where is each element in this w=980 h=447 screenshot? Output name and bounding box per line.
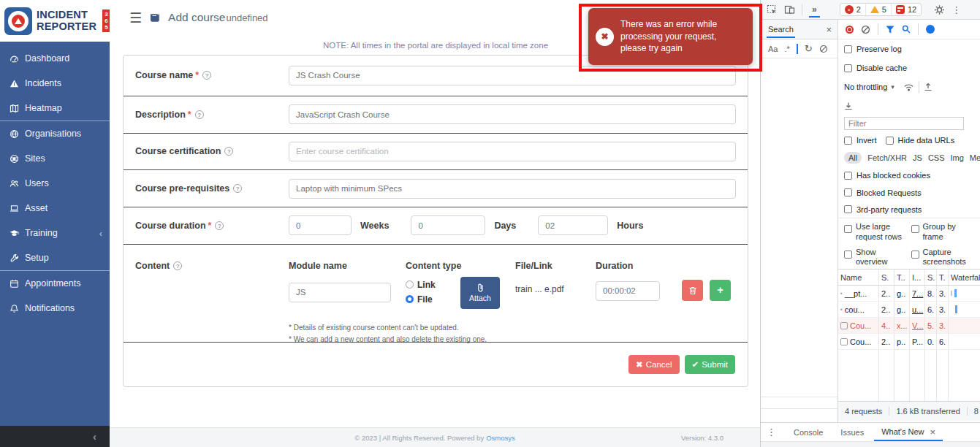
course-name-input[interactable]: [289, 66, 736, 85]
checkbox-icon[interactable]: [844, 64, 852, 72]
prerequisites-input[interactable]: [289, 179, 736, 199]
blocked-cookies-option[interactable]: Has blocked cookies: [838, 167, 980, 184]
sidebar-item-setup[interactable]: Setup: [0, 245, 110, 270]
third-party-option[interactable]: 3rd-party requests: [838, 201, 980, 218]
close-whats-new-icon[interactable]: ×: [930, 427, 936, 438]
sidebar-item-appointments[interactable]: Appointments: [0, 270, 110, 296]
sidebar-item-training[interactable]: Training ‹: [0, 221, 110, 245]
col-type[interactable]: T..: [894, 270, 910, 285]
filter-all[interactable]: All: [844, 152, 862, 164]
link-radio[interactable]: Link: [406, 280, 436, 290]
checkbox-icon[interactable]: [844, 137, 852, 145]
refresh-icon[interactable]: ↻: [805, 43, 813, 54]
devtools-menu-icon[interactable]: ⋮: [951, 4, 961, 15]
filter-img[interactable]: Img: [951, 153, 964, 162]
network-filter-input[interactable]: [844, 117, 964, 130]
sidebar-item-users[interactable]: Users: [0, 171, 110, 196]
regex-button[interactable]: .*: [784, 45, 789, 53]
tab-search[interactable]: Search: [767, 21, 795, 38]
filter-fetch-xhr[interactable]: Fetch/XHR: [867, 153, 907, 162]
blocked-requests-option[interactable]: Blocked Requests: [838, 184, 980, 201]
help-icon[interactable]: ?: [215, 221, 224, 230]
clear-network-log-icon[interactable]: [861, 25, 870, 34]
sidebar-item-asset[interactable]: Asset: [0, 196, 110, 221]
add-content-button[interactable]: +: [710, 280, 731, 301]
col-time[interactable]: T.: [937, 270, 949, 285]
col-initiator[interactable]: I...: [910, 270, 925, 285]
throttling-dropdown[interactable]: No throttling ▾: [844, 83, 894, 91]
checkbox-icon[interactable]: [844, 45, 852, 53]
weeks-input[interactable]: [289, 215, 352, 235]
issues-badge[interactable]: 12: [891, 4, 921, 15]
request-checkbox[interactable]: [840, 338, 848, 345]
cancel-button[interactable]: ✖ Cancel: [628, 355, 679, 374]
module-name-input[interactable]: [289, 283, 391, 302]
training-submenu-chevron[interactable]: ‹: [99, 228, 102, 239]
sidebar-item-dashboard[interactable]: Dashboard: [0, 46, 110, 71]
sidebar-item-sites[interactable]: Sites: [0, 146, 110, 171]
match-case-button[interactable]: Aa: [768, 45, 778, 53]
network-conditions-icon[interactable]: [903, 83, 914, 91]
days-input[interactable]: [411, 215, 485, 235]
device-toolbar-icon[interactable]: [784, 4, 795, 15]
delete-content-button[interactable]: [682, 280, 703, 301]
network-search-icon[interactable]: [902, 25, 911, 34]
export-har-icon[interactable]: [924, 83, 932, 91]
request-checkbox[interactable]: [840, 322, 848, 329]
sidebar-collapse-button[interactable]: ‹: [0, 426, 110, 447]
record-button[interactable]: [846, 26, 854, 34]
col-waterfall[interactable]: Waterfal: [949, 270, 980, 285]
request-row[interactable]: ▪__pt... 2.. g.. 7... 8. 3.: [838, 286, 980, 302]
request-row[interactable]: ▪cou... 2.. g.. u... 6. 3.: [838, 302, 980, 318]
import-har-icon[interactable]: [844, 102, 853, 110]
checkbox-icon[interactable]: [844, 205, 852, 213]
attach-button[interactable]: Attach: [460, 277, 500, 309]
filter-media[interactable]: Me: [970, 153, 980, 162]
tab-whats-new[interactable]: What's New ×: [874, 424, 943, 441]
content-duration-input[interactable]: [596, 281, 660, 301]
help-icon[interactable]: ?: [233, 184, 242, 193]
close-search-icon[interactable]: ×: [826, 24, 832, 35]
console-warnings-badge[interactable]: 5: [865, 4, 891, 15]
col-name[interactable]: Name: [838, 270, 879, 285]
tab-issues[interactable]: Issues: [833, 425, 871, 439]
certification-input[interactable]: [289, 142, 736, 161]
col-status[interactable]: S.: [879, 270, 894, 285]
failed-request-row[interactable]: Cou... 4.. x... V... 5. 3.: [838, 318, 980, 334]
console-errors-badge[interactable]: × 2: [840, 4, 865, 15]
filter-funnel-icon[interactable]: [886, 26, 894, 34]
sidebar-item-heatmap[interactable]: Heatmap: [0, 96, 110, 121]
request-row[interactable]: Cou... 2.. p.. P... 0. 6.: [838, 334, 980, 350]
help-icon[interactable]: ?: [224, 147, 233, 156]
sidebar-item-organisations[interactable]: Organisations: [0, 121, 110, 146]
help-icon[interactable]: ?: [173, 261, 182, 270]
show-overview-option[interactable]: Show overview: [844, 245, 908, 268]
settings-gear-icon[interactable]: [934, 4, 945, 15]
group-by-frame-option[interactable]: Group by frame: [911, 220, 976, 242]
capture-screenshots-option[interactable]: Capture screenshots: [911, 245, 976, 268]
filter-css[interactable]: CSS: [928, 153, 945, 162]
file-radio[interactable]: File: [406, 294, 436, 305]
osmosys-link[interactable]: Osmosys: [486, 434, 515, 442]
preserve-log-option[interactable]: Preserve log: [838, 39, 980, 58]
help-icon[interactable]: ?: [202, 71, 211, 80]
help-icon[interactable]: ?: [195, 110, 204, 119]
network-settings-icon[interactable]: [926, 25, 935, 34]
app-logo[interactable]: INCIDENTREPORTER 365: [0, 0, 110, 42]
checkbox-icon[interactable]: [844, 172, 852, 180]
hamburger-menu-icon[interactable]: ☰: [129, 9, 142, 26]
more-panels-button[interactable]: »: [809, 2, 820, 18]
sidebar-item-notifications[interactable]: Notifications: [0, 296, 110, 321]
sidebar-item-incidents[interactable]: Incidents: [0, 71, 110, 96]
inspect-element-icon[interactable]: [767, 4, 778, 15]
tab-console[interactable]: Console: [786, 425, 830, 439]
use-large-rows-option[interactable]: Use large request rows: [844, 220, 908, 242]
disable-cache-option[interactable]: Disable cache: [838, 58, 980, 77]
clear-icon[interactable]: [819, 45, 828, 53]
error-toast[interactable]: ✖ There was an error while processing yo…: [588, 8, 753, 65]
checkbox-icon[interactable]: [844, 188, 852, 196]
description-input[interactable]: [289, 104, 736, 124]
submit-button[interactable]: ✔ Submit: [685, 355, 735, 374]
col-size[interactable]: S.: [925, 270, 937, 285]
checkbox-icon[interactable]: [886, 137, 894, 145]
